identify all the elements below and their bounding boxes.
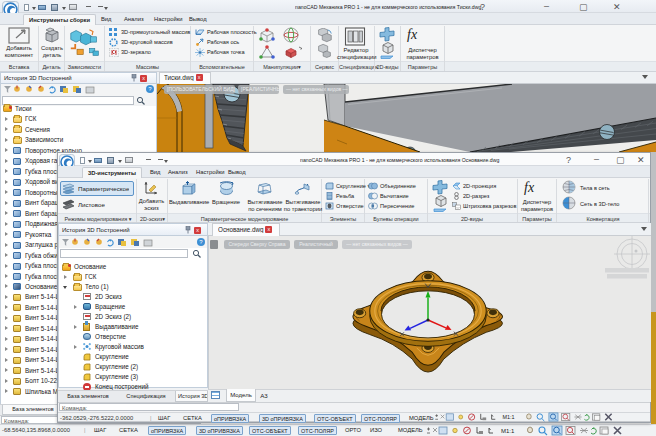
svg-text:М1:1: М1:1: [503, 414, 515, 420]
svg-text:М1:1: М1:1: [501, 428, 515, 434]
